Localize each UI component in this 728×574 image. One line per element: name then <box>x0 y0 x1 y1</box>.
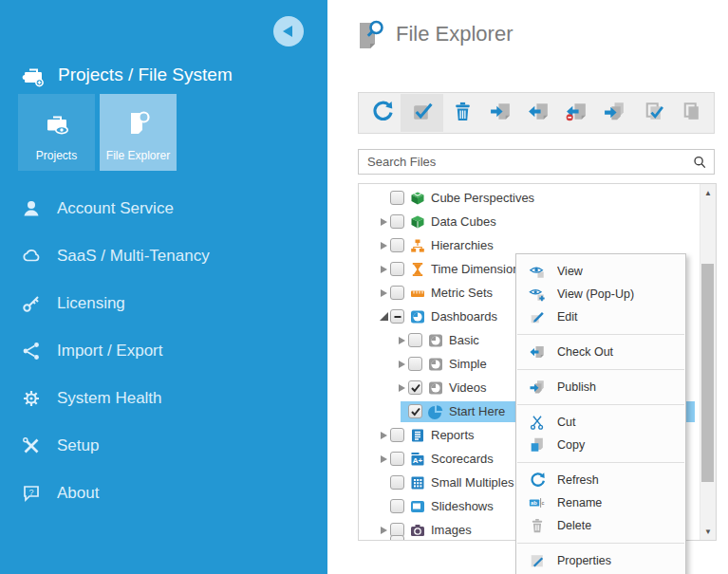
checkbox-checked[interactable] <box>408 380 422 395</box>
checkbox-unchecked[interactable] <box>390 428 404 442</box>
projects-briefcase-icon <box>43 108 71 137</box>
scrollbar-thumb[interactable] <box>701 264 714 482</box>
cut-scissors-icon <box>529 414 546 431</box>
checkbox-unchecked[interactable] <box>390 262 404 276</box>
sidebar-item-label: System Health <box>57 389 162 408</box>
context-menu: ViewView (Pop-Up)EditCheck OutPublishCut… <box>515 253 686 574</box>
delete-button[interactable] <box>443 94 481 132</box>
check-in-button[interactable] <box>481 94 519 132</box>
search-icon[interactable] <box>692 155 707 170</box>
sidebar-item-licensing[interactable]: Licensing <box>0 280 327 327</box>
sidebar-item-system-health[interactable]: System Health <box>0 375 327 422</box>
tree-item-label: Simple <box>449 357 487 371</box>
select-all-button[interactable] <box>633 94 671 132</box>
menu-item-edit[interactable]: Edit <box>516 306 685 328</box>
sidebar-item-about[interactable]: ?About <box>0 470 327 517</box>
dashboard-gray-icon <box>428 380 443 396</box>
menu-item-label: Cut <box>557 416 575 429</box>
svg-text:ab: ab <box>531 500 537 506</box>
menu-item-view[interactable]: View <box>516 260 685 283</box>
checkbox-checked[interactable] <box>408 404 422 418</box>
tree-row-body: Data Cubes <box>383 212 695 232</box>
sidebar-item-setup[interactable]: Setup <box>0 422 327 470</box>
checkbox-unchecked[interactable] <box>390 191 404 205</box>
menu-item-view-pop-up[interactable]: View (Pop-Up) <box>516 283 685 306</box>
menu-item-label: Publish <box>557 380 596 394</box>
tile-file-explorer[interactable]: File Explorer <box>100 94 177 171</box>
tree-item-data-cubes[interactable]: Data Cubes <box>359 210 716 233</box>
menu-item-refresh[interactable]: Refresh <box>516 469 685 491</box>
menu-item-label: View <box>557 265 583 278</box>
sidebar-header: Projects / File System <box>21 63 233 87</box>
view-eye-icon <box>529 263 546 280</box>
checkbox-unchecked[interactable] <box>408 357 422 371</box>
search-input[interactable] <box>365 154 692 170</box>
checkbox-indeterminate[interactable] <box>390 309 404 324</box>
refresh-icon <box>529 472 546 489</box>
menu-item-delete[interactable]: Delete <box>516 514 685 537</box>
app-window: Projects / File System Projects File Exp… <box>0 0 728 574</box>
checkbox-unchecked[interactable] <box>390 452 404 466</box>
dashboard-gray-icon <box>428 333 443 348</box>
collapse-sidebar-button[interactable] <box>273 16 304 46</box>
scroll-down-icon[interactable]: ▼ <box>700 525 716 538</box>
gear-icon <box>21 388 42 409</box>
menu-item-copy[interactable]: Copy <box>516 434 685 456</box>
hierarchy-icon <box>410 238 425 253</box>
cloud-icon <box>21 246 42 267</box>
publish-button[interactable] <box>595 94 633 132</box>
file-toolbar <box>358 92 715 134</box>
open-cube-icon <box>410 191 425 206</box>
scroll-up-icon[interactable]: ▲ <box>700 186 716 199</box>
tile-projects[interactable]: Projects <box>18 94 95 171</box>
undo-check-out-button[interactable] <box>557 94 595 132</box>
menu-item-label: Check Out <box>557 345 613 359</box>
trash-icon <box>451 100 475 126</box>
ruler-icon <box>410 286 425 301</box>
menu-item-label: Refresh <box>557 473 599 487</box>
sidebar-item-saas-multi-tenancy[interactable]: SaaS / Multi-Tenancy <box>0 232 327 280</box>
checkbox-unchecked[interactable] <box>390 286 404 300</box>
copy-all-button[interactable] <box>671 94 709 132</box>
checkout-doc-icon <box>529 343 546 361</box>
multi-select-button[interactable] <box>401 94 443 132</box>
share-icon <box>21 341 42 361</box>
scorecard-icon: A+ <box>410 452 425 467</box>
sidebar-item-label: Import / Export <box>57 342 162 361</box>
cube-icon <box>410 214 425 230</box>
hourglass-icon <box>410 262 425 277</box>
checkbox-unchecked[interactable] <box>390 475 404 490</box>
tree-item-cube-perspectives[interactable]: Cube Perspectives <box>359 186 716 210</box>
checkbox-unchecked[interactable] <box>390 214 404 229</box>
sidebar-item-label: SaaS / Multi-Tenancy <box>57 247 210 266</box>
refresh-button[interactable] <box>363 94 401 132</box>
tree-scrollbar[interactable]: ▲ ▼ <box>700 184 716 540</box>
page-title: File Explorer <box>354 17 513 51</box>
sidebar-item-import-export[interactable]: Import / Export <box>0 327 327 375</box>
menu-item-cut[interactable]: Cut <box>516 411 685 434</box>
menu-item-rename[interactable]: abcRename <box>516 491 685 514</box>
menu-item-publish[interactable]: Publish <box>516 376 685 398</box>
tile-file-explorer-label: File Explorer <box>106 149 170 162</box>
check-out-button[interactable] <box>519 94 557 132</box>
tree-item-label: Time Dimensions <box>431 262 526 276</box>
file-search-doc-icon <box>354 17 386 51</box>
refresh-icon <box>370 100 394 126</box>
svg-text:c: c <box>542 500 545 506</box>
tools-icon <box>21 435 42 456</box>
sidebar-item-account-service[interactable]: Account Service <box>0 185 327 232</box>
menu-item-label: Delete <box>557 519 591 532</box>
checkbox-unchecked[interactable] <box>390 499 404 513</box>
multi-check-icon <box>641 100 664 126</box>
checkbox-unchecked[interactable] <box>408 333 422 347</box>
menu-item-check-out[interactable]: Check Out <box>516 341 685 363</box>
multi-copy-icon <box>679 100 702 126</box>
camera-icon <box>410 523 425 538</box>
checkbox[interactable] <box>390 535 404 541</box>
page-title-label: File Explorer <box>396 22 513 46</box>
view-popup-icon <box>529 286 546 303</box>
menu-item-properties[interactable]: Properties <box>516 549 685 572</box>
back-arrow-icon <box>283 26 292 37</box>
delete-trash-icon <box>529 517 546 534</box>
checkbox-unchecked[interactable] <box>390 238 404 252</box>
